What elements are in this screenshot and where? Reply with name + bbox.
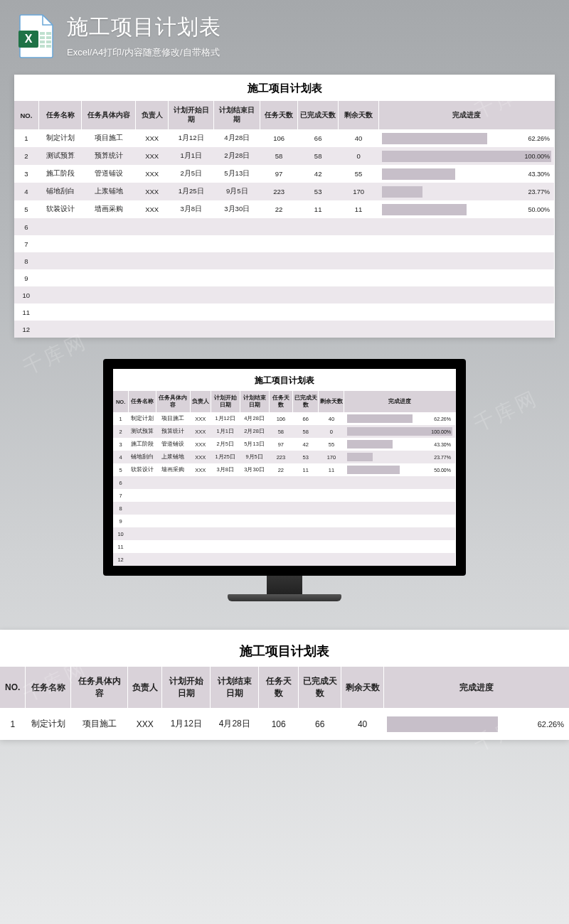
cell-days bbox=[260, 303, 298, 321]
cell-end: 5月13日 bbox=[214, 165, 260, 183]
cell-name bbox=[38, 235, 82, 252]
cell-name bbox=[38, 252, 82, 269]
cell-start bbox=[211, 476, 240, 489]
table-row: 2测试预算预算统计XXX1月1日2月28日58580100.00% bbox=[113, 425, 456, 438]
cell-detail: 项目施工 bbox=[82, 129, 136, 147]
cell-end bbox=[240, 502, 269, 515]
cell-no: 12 bbox=[113, 553, 129, 566]
table-row: 5软装设计墙画采购XXX3月8日3月30日22111150.00% bbox=[113, 463, 456, 476]
progress-value: 100.00% bbox=[431, 429, 452, 434]
cell-progress bbox=[344, 540, 456, 553]
project-table: NO. 任务名称 任务具体内容 负责人 计划开始日期 计划结束日期 任务天数 已… bbox=[14, 101, 555, 338]
table-body: 1制定计划项目施工XXX1月12日4月28日106664062.26% bbox=[0, 708, 569, 740]
cell-progress bbox=[344, 489, 456, 502]
cell-owner: XXX bbox=[136, 183, 169, 200]
cell-start bbox=[211, 553, 240, 566]
cell-detail: 预算统计 bbox=[82, 147, 136, 165]
cell-left: 40 bbox=[339, 129, 379, 147]
cell-name bbox=[38, 218, 82, 235]
cell-progress bbox=[344, 553, 456, 566]
monitor-screen: 施工项目计划表 NO. 任务名称 任务具体内容 负责人 计划开始日期 计划结束日… bbox=[103, 359, 466, 576]
table-header-row: NO. 任务名称 任务具体内容 负责人 计划开始日期 计划结束日期 任务天数 已… bbox=[14, 101, 555, 129]
cell-progress: 43.30% bbox=[379, 165, 555, 183]
cell-left bbox=[319, 553, 344, 566]
table-row: 5软装设计墙画采购XXX3月8日3月30日22111150.00% bbox=[14, 200, 555, 218]
cell-days bbox=[260, 269, 298, 286]
cell-days bbox=[269, 489, 293, 502]
cell-detail: 项目施工 bbox=[71, 708, 128, 740]
cell-days: 58 bbox=[260, 147, 298, 165]
cell-no: 9 bbox=[113, 515, 129, 527]
page-subtitle: Excel/A4打印/内容随意修改/自带格式 bbox=[67, 46, 221, 59]
cell-start: 2月5日 bbox=[168, 165, 214, 183]
cell-detail bbox=[156, 553, 190, 566]
svg-rect-3 bbox=[46, 32, 51, 35]
table-row: 1制定计划项目施工XXX1月12日4月28日106664062.26% bbox=[14, 129, 555, 147]
cell-name: 铺地刮白 bbox=[129, 451, 156, 463]
cell-progress bbox=[379, 235, 555, 252]
spreadsheet-preview: 施工项目计划表 NO. 任务名称 任务具体内容 负责人 计划开始日期 计划结束日… bbox=[14, 75, 555, 338]
cell-owner bbox=[136, 303, 169, 321]
cell-left bbox=[339, 303, 379, 321]
cell-days bbox=[269, 540, 293, 553]
cell-name bbox=[129, 540, 156, 553]
cell-days: 223 bbox=[269, 451, 293, 463]
cell-left bbox=[319, 527, 344, 540]
cell-start bbox=[168, 286, 214, 303]
cell-days: 58 bbox=[269, 425, 293, 438]
cell-progress bbox=[344, 476, 456, 489]
cell-left bbox=[319, 540, 344, 553]
cell-end bbox=[240, 515, 269, 527]
cell-owner bbox=[136, 252, 169, 269]
cell-name: 测试预算 bbox=[129, 425, 156, 438]
table-header-row: NO. 任务名称 任务具体内容 负责人 计划开始日期 计划结束日期 任务天数 已… bbox=[0, 667, 569, 708]
cell-no: 5 bbox=[14, 200, 38, 218]
cell-name bbox=[129, 515, 156, 527]
cell-end: 4月28日 bbox=[214, 129, 260, 147]
cell-owner: XXX bbox=[190, 438, 211, 451]
table-row: 12 bbox=[14, 321, 555, 338]
cell-no: 8 bbox=[14, 252, 38, 269]
cell-progress bbox=[379, 303, 555, 321]
cell-done bbox=[298, 218, 339, 235]
cell-owner: XXX bbox=[136, 165, 169, 183]
table-row: 3施工阶段管道铺设XXX2月5日5月13日97425543.30% bbox=[113, 438, 456, 451]
svg-rect-2 bbox=[40, 32, 45, 35]
cell-done bbox=[298, 235, 339, 252]
cell-left bbox=[339, 252, 379, 269]
cell-start bbox=[168, 269, 214, 286]
sheet-title: 施工项目计划表 bbox=[113, 369, 456, 391]
col-owner: 负责人 bbox=[136, 101, 169, 129]
cell-left: 40 bbox=[319, 412, 344, 425]
cell-name: 软装设计 bbox=[129, 463, 156, 476]
cell-done: 66 bbox=[293, 412, 319, 425]
table-row: 7 bbox=[113, 489, 456, 502]
progress-value: 62.26% bbox=[538, 720, 565, 729]
cell-progress bbox=[379, 286, 555, 303]
col-task-detail: 任务具体内容 bbox=[82, 101, 136, 129]
cell-owner bbox=[136, 321, 169, 338]
cell-done: 53 bbox=[298, 183, 339, 200]
cell-owner bbox=[190, 476, 211, 489]
cell-progress: 23.77% bbox=[379, 183, 555, 200]
table-row: 4铺地刮白上浆铺地XXX1月25日9月5日2235317023.77% bbox=[14, 183, 555, 200]
cell-detail bbox=[82, 303, 136, 321]
cell-start: 1月12日 bbox=[162, 708, 211, 740]
col-no: NO. bbox=[14, 101, 38, 129]
page-header: X 施工项目计划表 Excel/A4打印/内容随意修改/自带格式 bbox=[0, 0, 569, 66]
table-row: 12 bbox=[113, 553, 456, 566]
cell-name: 制定计划 bbox=[26, 708, 71, 740]
cell-start bbox=[168, 321, 214, 338]
cell-start bbox=[211, 527, 240, 540]
progress-bar bbox=[387, 716, 498, 732]
cell-owner: XXX bbox=[136, 147, 169, 165]
monitor-mockup: 施工项目计划表 NO. 任务名称 任务具体内容 负责人 计划开始日期 计划结束日… bbox=[0, 359, 569, 601]
cell-progress: 100.00% bbox=[344, 425, 456, 438]
cell-no: 10 bbox=[113, 527, 129, 540]
cell-left bbox=[319, 476, 344, 489]
cell-no: 9 bbox=[14, 269, 38, 286]
cell-done bbox=[298, 303, 339, 321]
progress-bar bbox=[382, 186, 422, 198]
cell-detail bbox=[82, 321, 136, 338]
cell-end: 2月28日 bbox=[240, 425, 269, 438]
